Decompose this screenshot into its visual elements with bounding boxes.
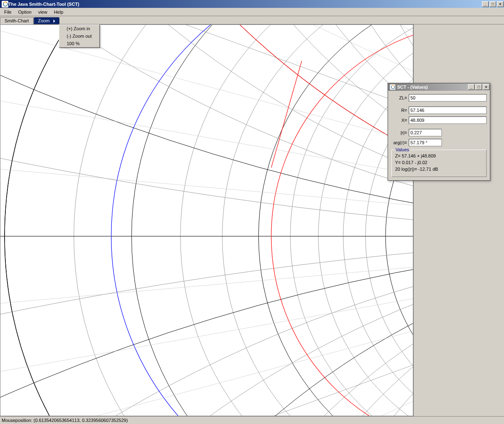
values-close-button[interactable]: × xyxy=(483,84,490,90)
menubar: File Option view Help xyxy=(0,8,504,16)
mouse-position-text: Mouseposition: (0.6135420653654113, 0.32… xyxy=(2,418,128,423)
zl-label: ZL= xyxy=(391,95,409,100)
maximize-button[interactable]: □ xyxy=(490,1,496,7)
svg-point-4 xyxy=(222,25,413,416)
x-input[interactable] xyxy=(409,116,487,124)
window-title: The Java Smith-Chart-Tool (SCT) xyxy=(8,2,80,7)
menu-view[interactable]: view xyxy=(35,9,51,15)
svg-line-97 xyxy=(0,25,413,236)
menu-file[interactable]: File xyxy=(1,9,15,15)
svg-point-34 xyxy=(222,25,413,236)
refl-mag-input[interactable] xyxy=(409,129,442,136)
refl-arg-label: arg(r)= xyxy=(391,140,409,145)
r-label: R= xyxy=(391,108,409,113)
svg-line-102 xyxy=(111,25,413,236)
svg-line-103 xyxy=(195,25,413,236)
svg-line-92 xyxy=(0,136,413,236)
svg-line-86 xyxy=(0,236,413,416)
values-window: SCT - (Values) _ □ × ZL= R= X= |r|= arg(… xyxy=(388,83,490,181)
values-minimize-button[interactable]: _ xyxy=(468,84,475,90)
svg-line-82 xyxy=(0,236,413,416)
svg-line-81 xyxy=(32,236,413,416)
tabstrip: Smith-Chart Zoom xyxy=(0,16,504,24)
svg-point-65 xyxy=(5,25,413,416)
svg-point-32 xyxy=(132,25,413,236)
svg-point-3 xyxy=(181,25,413,416)
zoom-in-item[interactable]: (+) Zoom in xyxy=(59,25,99,32)
tab-smith-chart[interactable]: Smith-Chart xyxy=(0,17,34,24)
zoom-reset-item[interactable]: 100 % xyxy=(59,40,99,47)
svg-line-88 xyxy=(0,236,413,416)
svg-point-27 xyxy=(0,236,413,416)
zl-input[interactable] xyxy=(409,94,487,102)
smith-chart-canvas[interactable] xyxy=(0,24,413,416)
svg-line-101 xyxy=(32,25,413,236)
svg-point-2 xyxy=(132,25,413,416)
svg-point-33 xyxy=(132,236,413,416)
svg-point-0 xyxy=(5,25,413,416)
svg-point-23 xyxy=(0,236,413,416)
svg-point-28 xyxy=(0,25,413,236)
svg-point-41 xyxy=(386,236,413,416)
tab-zoom[interactable]: Zoom xyxy=(34,17,60,24)
values-maximize-button[interactable]: □ xyxy=(475,84,482,90)
svg-line-90 xyxy=(0,236,413,336)
x-label: X= xyxy=(391,118,409,123)
svg-point-24 xyxy=(0,25,413,236)
main-titlebar: The Java Smith-Chart-Tool (SCT) _ □ × xyxy=(0,0,504,8)
svg-point-35 xyxy=(222,236,413,416)
svg-line-78 xyxy=(284,236,413,416)
menu-help[interactable]: Help xyxy=(51,9,67,15)
svg-line-95 xyxy=(0,25,413,236)
statusbar: Mouseposition: (0.6135420653654113, 0.32… xyxy=(0,416,504,424)
tab-zoom-label: Zoom xyxy=(38,18,50,23)
svg-point-29 xyxy=(0,236,413,416)
z-value-text: Z= 57.146 + j48.809 xyxy=(395,153,483,158)
svg-point-31 xyxy=(5,236,413,416)
tab-smith-label: Smith-Chart xyxy=(5,18,29,23)
svg-point-66 xyxy=(111,25,413,416)
svg-point-1 xyxy=(74,25,413,416)
values-group: Z= 57.146 + j48.809 Y= 0.017 - j0.02 20 … xyxy=(391,150,487,177)
svg-line-96 xyxy=(0,25,413,236)
svg-line-100 xyxy=(0,25,413,236)
svg-point-25 xyxy=(0,236,413,416)
svg-point-22 xyxy=(0,25,413,236)
y-value-text: Y= 0.017 - j0.02 xyxy=(395,160,483,165)
menu-option[interactable]: Option xyxy=(15,9,35,15)
svg-point-26 xyxy=(0,25,413,236)
svg-line-83 xyxy=(0,236,413,416)
values-titlebar[interactable]: SCT - (Values) _ □ × xyxy=(388,83,490,91)
svg-line-77 xyxy=(376,236,413,416)
svg-line-85 xyxy=(0,236,413,416)
svg-line-87 xyxy=(0,236,413,416)
chevron-right-icon xyxy=(53,19,55,23)
svg-line-84 xyxy=(0,236,413,416)
minimize-button[interactable]: _ xyxy=(482,1,489,7)
svg-line-93 xyxy=(0,38,413,236)
db-value-text: 20 log(|r|)= -12.71 dB xyxy=(395,167,483,172)
values-title: SCT - (Values) xyxy=(397,85,428,90)
r-input[interactable] xyxy=(409,107,487,114)
close-button[interactable]: × xyxy=(497,1,504,7)
java-icon xyxy=(390,85,395,90)
svg-line-80 xyxy=(111,236,413,416)
refl-arg-input[interactable] xyxy=(409,139,442,146)
svg-line-94 xyxy=(0,25,413,236)
zoom-submenu: (+) Zoom in (-) Zoom out 100 % xyxy=(59,24,100,48)
svg-point-37 xyxy=(290,236,413,416)
zoom-out-item[interactable]: (-) Zoom out xyxy=(59,32,99,40)
svg-line-98 xyxy=(0,25,413,236)
svg-line-79 xyxy=(195,236,413,416)
svg-line-99 xyxy=(0,25,413,236)
svg-point-30 xyxy=(5,25,413,236)
refl-mag-label: |r|= xyxy=(391,130,409,135)
svg-point-68 xyxy=(386,236,413,416)
svg-point-70 xyxy=(5,25,413,236)
java-icon xyxy=(2,1,8,7)
svg-line-89 xyxy=(0,236,413,416)
